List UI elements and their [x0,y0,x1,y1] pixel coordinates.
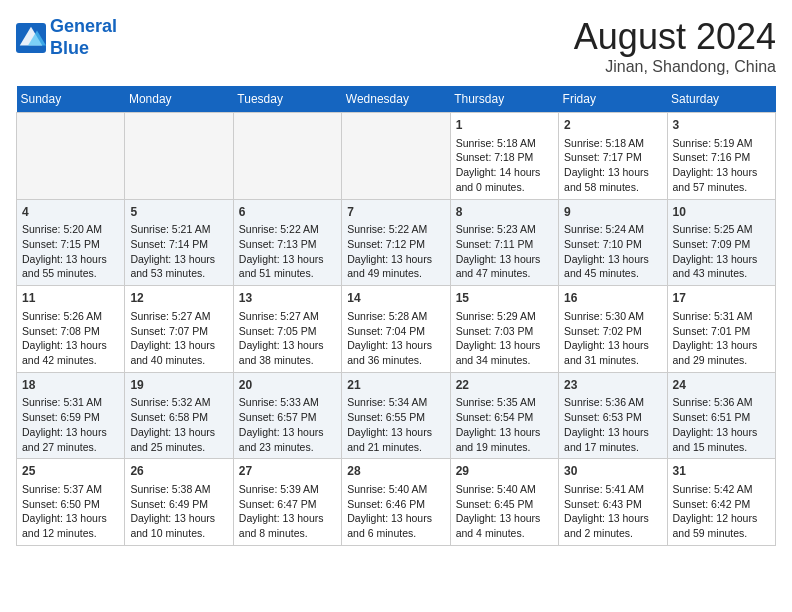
weekday-header-row: SundayMondayTuesdayWednesdayThursdayFrid… [17,86,776,113]
calendar-cell [233,113,341,200]
day-number: 6 [239,204,336,221]
day-info: Sunrise: 5:33 AM Sunset: 6:57 PM Dayligh… [239,395,336,454]
day-number: 19 [130,377,227,394]
calendar-cell: 9Sunrise: 5:24 AM Sunset: 7:10 PM Daylig… [559,199,667,286]
calendar-cell: 6Sunrise: 5:22 AM Sunset: 7:13 PM Daylig… [233,199,341,286]
day-number: 4 [22,204,119,221]
day-info: Sunrise: 5:40 AM Sunset: 6:46 PM Dayligh… [347,482,444,541]
calendar-cell: 3Sunrise: 5:19 AM Sunset: 7:16 PM Daylig… [667,113,775,200]
calendar-cell: 20Sunrise: 5:33 AM Sunset: 6:57 PM Dayli… [233,372,341,459]
calendar-cell: 24Sunrise: 5:36 AM Sunset: 6:51 PM Dayli… [667,372,775,459]
day-info: Sunrise: 5:21 AM Sunset: 7:14 PM Dayligh… [130,222,227,281]
calendar-week-row: 18Sunrise: 5:31 AM Sunset: 6:59 PM Dayli… [17,372,776,459]
calendar-week-row: 4Sunrise: 5:20 AM Sunset: 7:15 PM Daylig… [17,199,776,286]
day-number: 11 [22,290,119,307]
logo-line1: General [50,16,117,36]
calendar-cell: 25Sunrise: 5:37 AM Sunset: 6:50 PM Dayli… [17,459,125,546]
day-info: Sunrise: 5:34 AM Sunset: 6:55 PM Dayligh… [347,395,444,454]
day-info: Sunrise: 5:20 AM Sunset: 7:15 PM Dayligh… [22,222,119,281]
day-number: 9 [564,204,661,221]
day-number: 10 [673,204,770,221]
calendar-cell: 13Sunrise: 5:27 AM Sunset: 7:05 PM Dayli… [233,286,341,373]
calendar-table: SundayMondayTuesdayWednesdayThursdayFrid… [16,86,776,546]
day-info: Sunrise: 5:39 AM Sunset: 6:47 PM Dayligh… [239,482,336,541]
day-info: Sunrise: 5:22 AM Sunset: 7:13 PM Dayligh… [239,222,336,281]
day-number: 29 [456,463,553,480]
day-info: Sunrise: 5:38 AM Sunset: 6:49 PM Dayligh… [130,482,227,541]
calendar-cell: 29Sunrise: 5:40 AM Sunset: 6:45 PM Dayli… [450,459,558,546]
day-number: 16 [564,290,661,307]
weekday-header-saturday: Saturday [667,86,775,113]
day-number: 17 [673,290,770,307]
weekday-header-monday: Monday [125,86,233,113]
weekday-header-friday: Friday [559,86,667,113]
day-info: Sunrise: 5:40 AM Sunset: 6:45 PM Dayligh… [456,482,553,541]
day-number: 13 [239,290,336,307]
day-info: Sunrise: 5:36 AM Sunset: 6:53 PM Dayligh… [564,395,661,454]
calendar-cell: 15Sunrise: 5:29 AM Sunset: 7:03 PM Dayli… [450,286,558,373]
calendar-cell: 1Sunrise: 5:18 AM Sunset: 7:18 PM Daylig… [450,113,558,200]
day-number: 28 [347,463,444,480]
calendar-cell: 21Sunrise: 5:34 AM Sunset: 6:55 PM Dayli… [342,372,450,459]
day-number: 1 [456,117,553,134]
calendar-cell [17,113,125,200]
day-number: 21 [347,377,444,394]
day-info: Sunrise: 5:24 AM Sunset: 7:10 PM Dayligh… [564,222,661,281]
day-number: 8 [456,204,553,221]
day-info: Sunrise: 5:41 AM Sunset: 6:43 PM Dayligh… [564,482,661,541]
day-number: 2 [564,117,661,134]
logo-line2: Blue [50,38,89,58]
calendar-cell: 28Sunrise: 5:40 AM Sunset: 6:46 PM Dayli… [342,459,450,546]
page-header: General Blue August 2024 Jinan, Shandong… [16,16,776,76]
calendar-cell: 14Sunrise: 5:28 AM Sunset: 7:04 PM Dayli… [342,286,450,373]
calendar-cell: 10Sunrise: 5:25 AM Sunset: 7:09 PM Dayli… [667,199,775,286]
calendar-cell: 30Sunrise: 5:41 AM Sunset: 6:43 PM Dayli… [559,459,667,546]
day-number: 14 [347,290,444,307]
calendar-cell: 5Sunrise: 5:21 AM Sunset: 7:14 PM Daylig… [125,199,233,286]
day-info: Sunrise: 5:25 AM Sunset: 7:09 PM Dayligh… [673,222,770,281]
day-number: 27 [239,463,336,480]
calendar-cell: 12Sunrise: 5:27 AM Sunset: 7:07 PM Dayli… [125,286,233,373]
calendar-cell: 22Sunrise: 5:35 AM Sunset: 6:54 PM Dayli… [450,372,558,459]
day-number: 3 [673,117,770,134]
day-number: 31 [673,463,770,480]
logo: General Blue [16,16,117,59]
calendar-cell: 19Sunrise: 5:32 AM Sunset: 6:58 PM Dayli… [125,372,233,459]
day-info: Sunrise: 5:32 AM Sunset: 6:58 PM Dayligh… [130,395,227,454]
calendar-week-row: 1Sunrise: 5:18 AM Sunset: 7:18 PM Daylig… [17,113,776,200]
calendar-cell: 18Sunrise: 5:31 AM Sunset: 6:59 PM Dayli… [17,372,125,459]
calendar-cell: 8Sunrise: 5:23 AM Sunset: 7:11 PM Daylig… [450,199,558,286]
day-info: Sunrise: 5:37 AM Sunset: 6:50 PM Dayligh… [22,482,119,541]
day-info: Sunrise: 5:36 AM Sunset: 6:51 PM Dayligh… [673,395,770,454]
day-info: Sunrise: 5:31 AM Sunset: 6:59 PM Dayligh… [22,395,119,454]
calendar-cell: 17Sunrise: 5:31 AM Sunset: 7:01 PM Dayli… [667,286,775,373]
day-number: 26 [130,463,227,480]
calendar-title: August 2024 [574,16,776,58]
day-info: Sunrise: 5:26 AM Sunset: 7:08 PM Dayligh… [22,309,119,368]
day-number: 23 [564,377,661,394]
title-block: August 2024 Jinan, Shandong, China [574,16,776,76]
day-number: 22 [456,377,553,394]
day-info: Sunrise: 5:31 AM Sunset: 7:01 PM Dayligh… [673,309,770,368]
day-number: 15 [456,290,553,307]
day-info: Sunrise: 5:35 AM Sunset: 6:54 PM Dayligh… [456,395,553,454]
day-number: 7 [347,204,444,221]
calendar-cell: 4Sunrise: 5:20 AM Sunset: 7:15 PM Daylig… [17,199,125,286]
weekday-header-sunday: Sunday [17,86,125,113]
day-number: 5 [130,204,227,221]
day-info: Sunrise: 5:28 AM Sunset: 7:04 PM Dayligh… [347,309,444,368]
calendar-cell [125,113,233,200]
day-number: 30 [564,463,661,480]
calendar-cell: 31Sunrise: 5:42 AM Sunset: 6:42 PM Dayli… [667,459,775,546]
calendar-cell: 23Sunrise: 5:36 AM Sunset: 6:53 PM Dayli… [559,372,667,459]
day-number: 20 [239,377,336,394]
day-info: Sunrise: 5:27 AM Sunset: 7:05 PM Dayligh… [239,309,336,368]
calendar-subtitle: Jinan, Shandong, China [574,58,776,76]
weekday-header-thursday: Thursday [450,86,558,113]
calendar-week-row: 25Sunrise: 5:37 AM Sunset: 6:50 PM Dayli… [17,459,776,546]
weekday-header-wednesday: Wednesday [342,86,450,113]
day-info: Sunrise: 5:30 AM Sunset: 7:02 PM Dayligh… [564,309,661,368]
calendar-cell: 27Sunrise: 5:39 AM Sunset: 6:47 PM Dayli… [233,459,341,546]
calendar-cell [342,113,450,200]
day-number: 24 [673,377,770,394]
